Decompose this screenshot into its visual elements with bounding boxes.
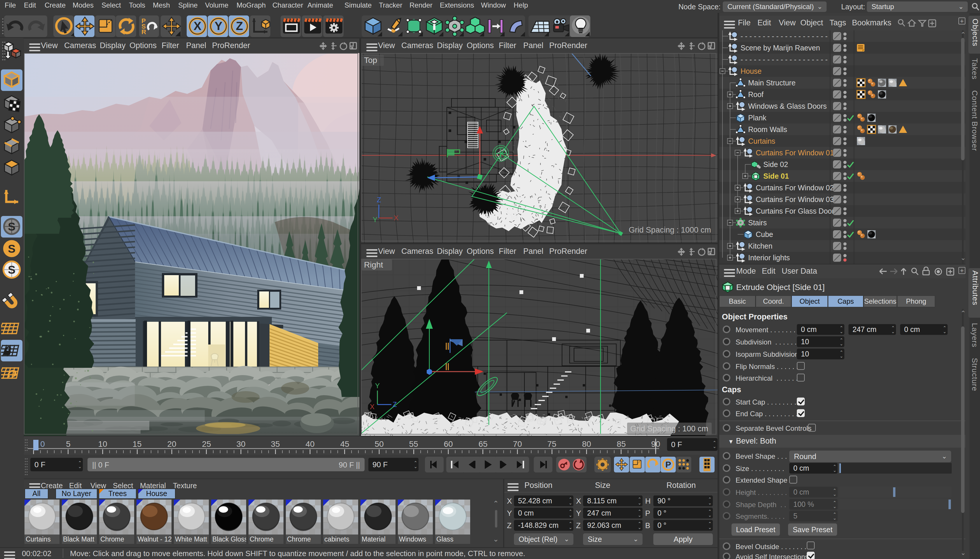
svg-text:Stairs: Stairs [748,218,767,227]
svg-text:X: X [194,20,202,32]
svg-text:75: 75 [547,440,556,448]
svg-text:Curtains For Window 03: Curtains For Window 03 [756,195,834,203]
svg-text:Scene by Marijn Raeven: Scene by Marijn Raeven [741,44,820,52]
svg-text:Y: Y [215,20,222,32]
svg-text:Curtains: Curtains [748,137,775,145]
svg-text:5: 5 [66,440,71,448]
svg-text:Z: Z [236,20,243,32]
svg-text:S: S [8,243,15,255]
svg-text:Side 01: Side 01 [763,172,789,180]
svg-text:50: 50 [375,440,383,448]
svg-text:Side 02: Side 02 [763,160,788,169]
svg-text:0: 0 [40,440,45,448]
svg-text:80: 80 [582,440,591,448]
svg-text:Cube: Cube [756,230,773,238]
svg-text:S: S [8,220,15,233]
svg-text:20: 20 [167,440,176,448]
svg-text:House: House [741,67,761,75]
svg-text:85: 85 [617,440,626,448]
svg-text:P: P [665,460,671,469]
svg-text:S: S [8,263,15,276]
svg-text:Curtains For Window 02: Curtains For Window 02 [756,184,834,192]
svg-text:Room Walls: Room Walls [748,125,787,134]
svg-text:Curtains For Glass Doors: Curtains For Glass Doors [756,207,838,215]
svg-text:70: 70 [513,440,522,448]
svg-text:40: 40 [305,440,314,448]
svg-text:Roof: Roof [748,90,764,99]
svg-text:Curtains For Window 01: Curtains For Window 01 [756,149,834,157]
svg-text:25: 25 [202,440,211,448]
svg-text:Kitchen: Kitchen [748,242,772,250]
svg-text:15: 15 [133,440,141,448]
svg-text:45: 45 [340,440,349,448]
svg-text:35: 35 [271,440,280,448]
svg-text:30: 30 [236,440,245,448]
svg-text:Windows & Glass Doors: Windows & Glass Doors [748,102,827,110]
svg-text:65: 65 [478,440,488,448]
svg-text:Main Structure: Main Structure [748,79,796,87]
svg-text:Interior lights: Interior lights [748,253,790,262]
svg-text:55: 55 [409,440,418,448]
svg-text:- - - - - - - - - - - - - - -: - - - - - - - - - - - - - - - - - - - - [741,55,827,63]
svg-text:Plank: Plank [748,114,766,122]
svg-text:10: 10 [98,440,107,448]
svg-text:60: 60 [444,440,453,448]
svg-text:- - - - - - - - - - - - - - -: - - - - - - - - - - - - - - - - - - - - [741,32,827,40]
